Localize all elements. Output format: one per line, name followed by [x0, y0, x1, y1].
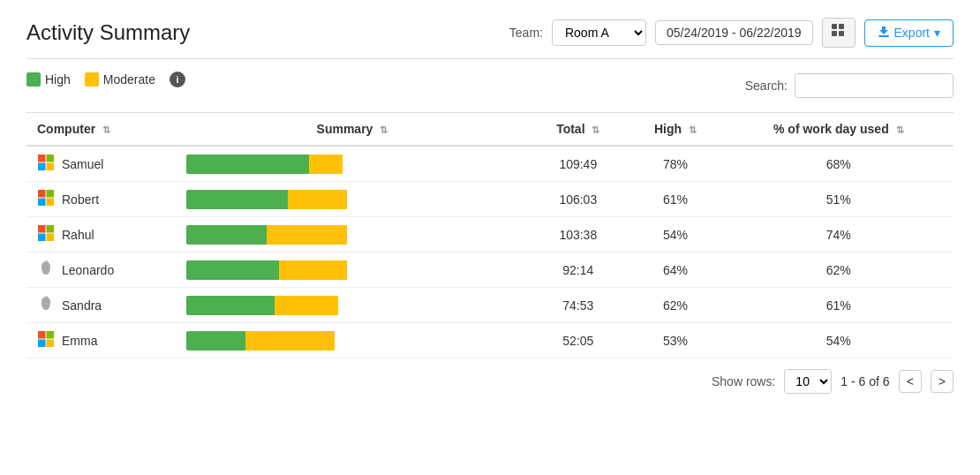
- svg-rect-15: [38, 234, 46, 242]
- svg-rect-6: [47, 155, 55, 162]
- moderate-bar: [275, 296, 338, 315]
- computer-name: Samuel: [62, 157, 103, 171]
- cell-computer: Robert: [26, 182, 176, 217]
- sort-icon-total[interactable]: ⇅: [592, 124, 599, 136]
- sort-icon-high[interactable]: ⇅: [689, 124, 697, 136]
- svg-rect-12: [47, 199, 55, 207]
- show-rows-label: Show rows:: [712, 374, 775, 388]
- svg-rect-2: [832, 31, 837, 36]
- cell-total: 74:53: [529, 288, 627, 323]
- cell-computer: Sandra: [26, 288, 176, 323]
- download-icon: [878, 26, 890, 41]
- moderate-bar: [245, 331, 335, 351]
- cell-workday: 74%: [724, 217, 954, 253]
- cell-high: 54%: [627, 217, 723, 253]
- sort-icon-summary[interactable]: ⇅: [380, 124, 388, 136]
- search-input[interactable]: [795, 73, 954, 98]
- cell-high: 53%: [627, 323, 723, 358]
- moderate-label: Moderate: [103, 72, 155, 87]
- cell-workday: 61%: [724, 288, 954, 323]
- high-bar: [186, 296, 275, 315]
- cell-high: 64%: [627, 253, 723, 288]
- cell-workday: 51%: [724, 182, 954, 217]
- cell-total: 103:38: [529, 217, 627, 253]
- svg-rect-8: [47, 163, 55, 171]
- high-bar: [186, 225, 267, 245]
- high-bar: [186, 155, 309, 174]
- svg-rect-16: [47, 234, 55, 242]
- moderate-bar: [288, 190, 347, 209]
- os-icon: [37, 154, 55, 174]
- computer-name: Sandra: [62, 298, 102, 313]
- activity-bar: [186, 225, 398, 245]
- table-row: Emma 52:05 53% 54%: [26, 323, 954, 358]
- cell-workday: 62%: [724, 253, 954, 288]
- high-bar: [186, 260, 280, 280]
- high-bar: [186, 331, 245, 351]
- svg-rect-19: [38, 340, 46, 348]
- activity-bar: [186, 260, 398, 280]
- cell-total: 109:49: [529, 146, 627, 182]
- moderate-bar: [279, 260, 347, 280]
- computer-name: Emma: [62, 334, 97, 348]
- cell-summary: [176, 217, 530, 253]
- cell-total: 92:14: [529, 253, 627, 288]
- computer-name: Rahul: [62, 228, 94, 242]
- cell-summary: [176, 182, 530, 217]
- activity-bar: [186, 331, 398, 351]
- svg-rect-4: [878, 35, 889, 37]
- cell-high: 61%: [627, 182, 723, 217]
- sort-icon-workday[interactable]: ⇅: [896, 124, 904, 136]
- computer-name: Leonardo: [62, 263, 114, 277]
- cell-computer: Emma: [26, 323, 176, 358]
- rows-per-page-select[interactable]: 10: [784, 369, 832, 394]
- page-header: Activity Summary Team: Room A 05/24/2019…: [26, 18, 954, 48]
- sort-icon-computer[interactable]: ⇅: [102, 124, 110, 136]
- legend: High Moderate i: [26, 72, 185, 87]
- cell-computer: Samuel: [26, 146, 176, 182]
- cell-high: 62%: [627, 288, 723, 323]
- svg-rect-10: [47, 190, 55, 198]
- cell-total: 52:05: [529, 323, 627, 358]
- grid-view-button[interactable]: [822, 18, 856, 48]
- svg-rect-20: [47, 340, 55, 348]
- export-chevron: ▾: [934, 26, 940, 40]
- cell-computer: Rahul: [26, 217, 176, 253]
- table-row: Leonardo 92:14 64% 62%: [26, 253, 954, 288]
- svg-rect-9: [38, 190, 46, 198]
- high-label: High: [45, 72, 71, 87]
- svg-rect-1: [839, 24, 844, 29]
- legend-search-row: High Moderate i Search:: [26, 72, 954, 100]
- header-controls: Team: Room A 05/24/2019 - 06/22/2019: [509, 18, 954, 48]
- cell-summary: [176, 323, 530, 358]
- info-icon[interactable]: i: [170, 72, 185, 87]
- legend-moderate: Moderate: [85, 72, 155, 87]
- os-icon: [37, 189, 55, 209]
- moderate-color-swatch: [85, 72, 99, 87]
- date-range[interactable]: 05/24/2019 - 06/22/2019: [655, 20, 813, 45]
- cell-workday: 68%: [724, 146, 954, 182]
- team-select[interactable]: Room A: [552, 19, 646, 46]
- computer-name: Robert: [62, 192, 99, 207]
- prev-page-button[interactable]: <: [899, 370, 922, 393]
- team-label: Team:: [509, 26, 543, 40]
- table-header-row: Computer ⇅ Summary ⇅ Total ⇅ High ⇅ % of…: [26, 113, 954, 147]
- svg-rect-13: [38, 225, 46, 233]
- svg-rect-17: [38, 331, 46, 339]
- cell-workday: 54%: [724, 323, 954, 358]
- grid-icon: [831, 23, 847, 42]
- activity-table: Computer ⇅ Summary ⇅ Total ⇅ High ⇅ % of…: [26, 112, 954, 358]
- page-title: Activity Summary: [26, 20, 190, 45]
- next-page-button[interactable]: >: [931, 370, 954, 393]
- legend-high: High: [26, 72, 71, 87]
- activity-bar: [186, 296, 398, 315]
- search-area: Search:: [745, 73, 954, 98]
- high-bar: [186, 190, 288, 209]
- export-button[interactable]: Export ▾: [864, 19, 954, 47]
- svg-rect-14: [47, 225, 55, 233]
- table-footer: Show rows: 10 1 - 6 of 6 < >: [26, 358, 954, 394]
- col-workday: % of work day used ⇅: [724, 113, 954, 147]
- cell-summary: [176, 288, 530, 323]
- table-row: Samuel 109:49 78% 68%: [26, 146, 954, 182]
- os-icon: [37, 330, 55, 351]
